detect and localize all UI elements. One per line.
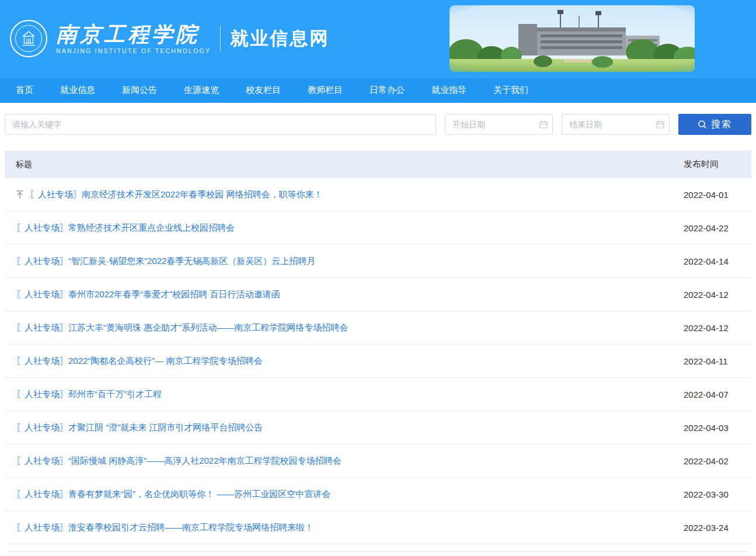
announcement-link[interactable]: 〖人社专场〗才聚江阴 “澄”就未来 江阴市引才网络平台招聘公告 [16,422,263,433]
announcement-link[interactable]: 〖人社专场〗淮安春季校园引才云招聘——南京工程学院专场网络招聘来啦！ [16,522,313,533]
table-row: 〖人社专场〗常熟经济技术开区重点企业线上校园招聘会 2022-04-22 [5,211,751,245]
site-title: 就业信息网 [230,26,329,51]
table-row: 〖人社专场〗江苏大丰“黄海明珠 惠企助才”系列活动——南京工程学院网络专场招聘会… [5,311,751,345]
publish-date: 2022-04-03 [684,423,751,433]
announcement-link[interactable]: 〖人社专场〗泰州市2022年春季“泰爱才”校园招聘 百日行活动邀请函 [16,289,280,300]
university-name-en: NANJING INSTITUTE OF TECHNOLOGY [56,47,211,54]
search-icon [698,120,707,129]
nav-item-about-us[interactable]: 关于我们 [493,85,528,96]
publish-date: 2022-04-01 [684,190,751,200]
university-logo[interactable] [9,19,48,58]
campus-photo [450,5,695,72]
nav-item-student-overview[interactable]: 生源速览 [184,85,219,96]
start-date-input[interactable] [445,114,553,135]
brand-divider [220,26,221,51]
end-date-input[interactable] [562,114,670,135]
nav-item-career-guidance[interactable]: 就业指导 [431,85,466,96]
column-header-title: 标题 [5,159,684,170]
main-nav: 首页 就业信息 新闻公告 生源速览 校友栏目 教师栏目 日常办公 就业指导 关于… [0,77,756,103]
bottom-divider [9,551,747,552]
table-row: 〖人社专场〗泰州市2022年春季“泰爱才”校园招聘 百日行活动邀请函 2022-… [5,278,751,311]
publish-date: 2022-04-12 [684,290,751,300]
start-date-field [445,114,553,135]
university-name-cn: 南京工程学院 [56,23,211,46]
nav-item-teachers[interactable]: 教师栏目 [308,85,343,96]
brand-block: 南京工程学院 NANJING INSTITUTE OF TECHNOLOGY [56,23,211,54]
announcement-link[interactable]: 〖人社专场〗“智汇新吴·锡望您来”2022春季无锡高新区（新吴区）云上招聘月 [16,256,315,267]
search-button-label: 搜索 [711,119,732,131]
end-date-field [562,114,670,135]
announcement-link[interactable]: 〖人社专场〗青春有梦就来“园”，名企优岗职等你！ ——苏州工业园区空中宣讲会 [16,489,330,500]
publish-date: 2022-04-11 [684,356,751,366]
table-row: 〖人社专场〗才聚江阴 “澄”就未来 江阴市引才网络平台招聘公告 2022-04-… [5,411,751,444]
calendar-icon[interactable] [539,120,548,128]
announcement-link[interactable]: 〖人社专场〗常熟经济技术开区重点企业线上校园招聘会 [16,223,235,234]
search-button[interactable]: 搜索 [678,114,751,135]
nav-item-employment-info[interactable]: 就业信息 [60,85,95,96]
table-row: 〖人社专场〗“国际慢城 闲静高淳”——高淳人社2022年南京工程学院校园专场招聘… [5,444,751,478]
pinned-icon [16,190,24,199]
nav-item-home[interactable]: 首页 [16,85,33,96]
nav-item-daily-office[interactable]: 日常办公 [370,85,405,96]
table-row: 〖人社专场〗淮安春季校园引才云招聘——南京工程学院专场网络招聘来啦！ 2022-… [5,511,751,544]
campus-photo-illustration [450,5,695,72]
table-row: 〖人社专场〗2022“陶都名企高校行”— 南京工程学院专场招聘会 2022-04… [5,345,751,378]
nav-item-alumni[interactable]: 校友栏目 [246,85,281,96]
page: 南京工程学院 NANJING INSTITUTE OF TECHNOLOGY 就… [0,0,756,556]
table-header: 标题 发布时间 [5,151,751,178]
calendar-icon[interactable] [656,120,664,128]
announcement-table: 标题 发布时间 〖人社专场〗南京经济技术开发区2022年春季校园 网络招聘会，职… [5,151,751,552]
table-row: 〖人社专场〗南京经济技术开发区2022年春季校园 网络招聘会，职等你来！ 202… [5,178,751,211]
publish-date: 2022-04-12 [684,323,751,333]
announcement-link[interactable]: 〖人社专场〗江苏大丰“黄海明珠 惠企助才”系列活动——南京工程学院网络专场招聘会 [16,322,348,333]
column-header-date: 发布时间 [684,159,751,170]
table-row: 〖人社专场〗邳州市“百千万”引才工程 2022-04-07 [5,378,751,411]
announcement-link[interactable]: 〖人社专场〗南京经济技术开发区2022年春季校园 网络招聘会，职等你来！ [29,189,323,200]
announcement-link[interactable]: 〖人社专场〗邳州市“百千万”引才工程 [16,389,162,400]
table-row: 〖人社专场〗“智汇新吴·锡望您来”2022春季无锡高新区（新吴区）云上招聘月 2… [5,245,751,278]
keyword-input[interactable] [5,114,436,135]
announcement-link[interactable]: 〖人社专场〗2022“陶都名企高校行”— 南京工程学院专场招聘会 [16,356,263,367]
search-bar: 搜索 [5,114,751,135]
university-emblem-icon [9,19,48,58]
table-row: 〖人社专场〗青春有梦就来“园”，名企优岗职等你！ ——苏州工业园区空中宣讲会 2… [5,478,751,511]
publish-date: 2022-04-02 [684,456,751,466]
nav-item-news[interactable]: 新闻公告 [122,85,157,96]
announcement-link[interactable]: 〖人社专场〗“国际慢城 闲静高淳”——高淳人社2022年南京工程学院校园专场招聘… [16,456,342,467]
publish-date: 2022-03-30 [684,489,751,499]
publish-date: 2022-03-24 [684,523,751,533]
site-header: 南京工程学院 NANJING INSTITUTE OF TECHNOLOGY 就… [0,0,756,77]
publish-date: 2022-04-14 [684,256,751,266]
publish-date: 2022-04-22 [684,223,751,233]
publish-date: 2022-04-07 [684,390,751,399]
